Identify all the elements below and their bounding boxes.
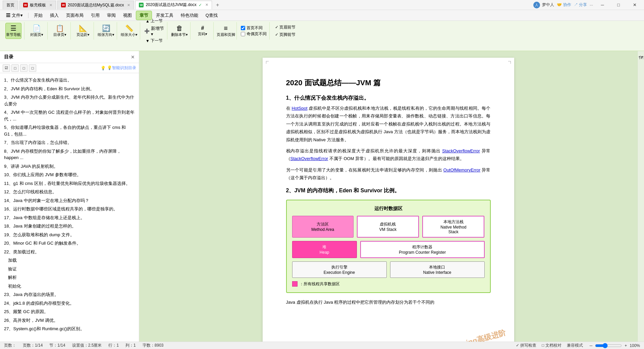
menu-view[interactable]: 视图 [120, 11, 135, 20]
status-bar: 页数： 页数：1/14 节：1/14 设置值：2.5厘米 行：1 列：1 字数：… [0, 342, 644, 349]
toc-item-5[interactable]: 5、你知道哪几种垃圾收集器，各自的优缺点，重点讲下 cms 和 G1，包括... [0, 123, 139, 138]
ribbon-group-pagenum: # 页码▾ [192, 22, 214, 40]
nav-icon: ☰ [10, 25, 16, 32]
toc-item-24[interactable]: 24、jdk1.8 的虚拟机内存模型变化。 [0, 299, 139, 308]
tab-jvm[interactable]: W 2020面试题总结JVM篇.docx ✓ ✕ [135, 1, 212, 9]
ribbon-btn-border[interactable]: 📐 页边距▾ [75, 23, 91, 39]
menu-review[interactable]: 审阅 [104, 11, 119, 20]
zoom-in-btn[interactable]: + [623, 343, 628, 348]
stackoverflow-link2[interactable]: StackOverflowError [290, 156, 328, 161]
menu-layout[interactable]: 页面布局 [63, 11, 87, 20]
toc-item-7[interactable]: 7、当出现了内存溢出，怎么排错。 [0, 138, 139, 147]
toc-item-26[interactable]: 26、高并发时，JVM 调优。 [0, 316, 139, 325]
ribbon-btn-delete[interactable]: 🗑 删除本节▾ [171, 23, 187, 39]
firstpage-checkbox[interactable] [241, 26, 245, 30]
toc-item-2[interactable]: 2、JVM 的内存结构，Eden 和 Survivor 比例。 [0, 85, 139, 93]
hotspot-link[interactable]: HotSpot [292, 106, 308, 111]
ribbon-btn-nav[interactable]: ☰ 章节导航 [5, 23, 21, 39]
ribbon-btn-headerfooter[interactable]: ≡ 页眉和页脚 [218, 23, 234, 39]
ribbon-btn-blank[interactable]: 📋 目录页▾ [52, 23, 68, 39]
collab-btn[interactable]: 🤝 协作 [557, 2, 571, 8]
status-textcompare[interactable]: □ 文档校对 [542, 343, 561, 348]
toc-item-16[interactable]: 16、运行时数据中哪些区域是线程共享的，哪些是独享的。 [0, 205, 139, 213]
ribbon-btn-header-prev[interactable]: ✓ 页眉前节 [274, 24, 297, 31]
tab-jvm-close[interactable]: ✕ [205, 3, 208, 7]
status-spellcheck[interactable]: ✓ 拼写检查 [516, 343, 536, 348]
toolbar-btn-2[interactable]: □ [11, 64, 19, 72]
toc-item-18[interactable]: 18、Java 对象创建的过程是怎样的。 [0, 222, 139, 231]
tab-mysql[interactable]: W 2020面试题总结MySQL篇.docx ✕ [57, 1, 134, 9]
sidebar-close-btn[interactable]: ✕ [131, 54, 135, 60]
toc-item-23[interactable]: 23、Java 内存溢出的场景。 [0, 290, 139, 299]
menu-insert[interactable]: 插入 [47, 11, 62, 20]
new-tab-button[interactable]: + [213, 1, 222, 9]
menu-reference[interactable]: 引用 [88, 11, 103, 20]
toc-item-init[interactable]: 初始化 [0, 282, 139, 291]
toc-item-12[interactable]: 12、怎么打印线程栈信息。 [0, 188, 139, 196]
toc-item-22[interactable]: 22、类加载过程。 [0, 248, 139, 256]
share-btn[interactable]: ↗ 分享 [574, 2, 587, 8]
right-panel-icon-1[interactable]: 🗺 [637, 54, 644, 62]
toc-item-27[interactable]: 27、System.gc()和 Runtime.gc()的区别。 [0, 325, 139, 333]
more-btn[interactable]: ··· [590, 3, 593, 7]
toc-item-11[interactable]: 11、g1 和 cms 区别，吞吐量优先和响应优先的垃圾收集器选择。 [0, 179, 139, 188]
ribbon-btn-footer-prev[interactable]: ✓ 页脚前节 [274, 31, 297, 38]
home-tab[interactable]: 首页 [3, 1, 18, 9]
menu-search[interactable]: Q查找 [202, 11, 221, 20]
maximize-button[interactable]: □ [612, 0, 625, 10]
smart-toc-btn[interactable]: 💡 💡智能识别目录 [101, 65, 136, 71]
tab-mysql-close[interactable]: ✕ [127, 3, 130, 7]
checkbox-oddeven[interactable]: 奇偶页不同 [241, 31, 267, 37]
tab-template-close[interactable]: ✕ [49, 3, 52, 7]
close-button[interactable]: ✕ [628, 0, 641, 10]
toc-item-8[interactable]: 8、JVM 内存模型的你知了解多少，比如重排序，内存屏障，happen ... [0, 147, 139, 162]
toc-item-verify[interactable]: 验证 [0, 265, 139, 273]
menu-start[interactable]: 开始 [31, 11, 46, 20]
menu-special[interactable]: 特色功能 [177, 11, 202, 20]
toc-content[interactable]: 1、什么情况下会发生栈内存溢出。 2、JVM 的内存结构，Eden 和 Surv… [0, 73, 139, 342]
toc-item-25[interactable]: 25、频繁 GC 的原因。 [0, 307, 139, 316]
execution-engine-box: 执行引擎Execution Engine [292, 261, 387, 278]
toolbar-btn-1[interactable]: ☑ [3, 64, 10, 72]
tab-template[interactable]: W 板壳模板 ✕ [19, 1, 56, 9]
toc-item-9[interactable]: 9、讲讲 JAVA 的反射机制。 [0, 162, 139, 171]
checkbox-firstpage[interactable]: 首页不同 [241, 25, 267, 31]
minimize-button[interactable]: ─ [596, 0, 609, 10]
ribbon-group-headerfooter: ≡ 页眉和页脚 [215, 22, 237, 40]
headerfooter-label: 页眉和页脚 [217, 32, 235, 37]
ribbon: ☰ 章节导航 📄 封面页▾ 📋 目录页▾ 📐 页边距▾ [0, 21, 644, 51]
ribbon-btn-size[interactable]: 📏 纸张大小▾ [121, 23, 137, 39]
toc-item-3[interactable]: 3、JVM 内存为什么要分成新生代、老年代和持久代。新生代中为什么要分 [0, 93, 139, 108]
toc-item-4[interactable]: 4、JVM 中一次完整的 GC 流程是什么样子的，对象如何晋升到老年代，... [0, 108, 139, 123]
ribbon-btn-orient[interactable]: 🔄 纸张方向▾ [98, 23, 114, 39]
menu-file[interactable]: ☰ 文件▾ [3, 11, 26, 20]
toc-item-17[interactable]: 17、Java 中数组是存储在堆上还是栈上。 [0, 213, 139, 222]
execution-engine-label: 执行引擎Execution Engine [324, 264, 355, 275]
zoom-out-btn[interactable]: ─ [588, 343, 594, 348]
doc-area[interactable]: 2020 面试题总结——JVM 篇 1、什么情况下会发生栈内存溢出。 在 Hot… [139, 51, 637, 342]
toc-item-20[interactable]: 20、Minor GC 和 Full GC 的触发条件。 [0, 239, 139, 248]
toc-item-19[interactable]: 19、怎么获取堆和栈的 dump 文件。 [0, 231, 139, 239]
toc-item-loading[interactable]: 加载 [0, 256, 139, 265]
section1-title: 1、什么情况下会发生栈内存溢出。 [286, 95, 491, 102]
toc-item-1[interactable]: 1、什么情况下会发生栈内存溢出。 [0, 76, 139, 85]
ribbon-group-rightlabels: ✓ 页眉前节 ✓ 页脚前节 [271, 22, 300, 40]
ribbon-checkboxes: 首页不同 奇偶页不同 [241, 25, 267, 37]
toolbar-btn-4[interactable]: □ [29, 64, 36, 72]
ribbon-btn-new-section[interactable]: ▲ 上一节 [144, 17, 164, 24]
ribbon-btn-next-section[interactable]: ▼ 下一节 [144, 37, 164, 44]
ribbon-btn-cover[interactable]: 📄 封面页▾ [29, 23, 45, 39]
toc-item-14[interactable]: 14、Java 中的对象一定在堆上分配内存吗？ [0, 196, 139, 205]
ribbon-btn-pagenum[interactable]: # 页码▾ [195, 23, 211, 39]
sidebar-title: 目录 [4, 54, 13, 60]
outofmemory-link[interactable]: OutOfMemoryError [443, 167, 481, 172]
toc-item-10[interactable]: 10、你们线上应用的 JVM 参数有哪些。 [0, 170, 139, 179]
toolbar-btn-3[interactable]: □ [20, 64, 28, 72]
ribbon-btn-add-section[interactable]: ➕ 新增节▾ [144, 25, 164, 37]
oddeven-checkbox[interactable] [241, 32, 245, 36]
section1-para2: 栈内存溢出是指线程请求的栈深度大于虚拟机所允许的最大深度，则将抛出 StackO… [286, 147, 491, 163]
legend-color-box [292, 281, 298, 287]
stackoverflow-link1[interactable]: StackOverflowError [442, 148, 480, 153]
zoom-slider[interactable] [595, 343, 622, 348]
toc-item-parse[interactable]: 解析 [0, 273, 139, 282]
